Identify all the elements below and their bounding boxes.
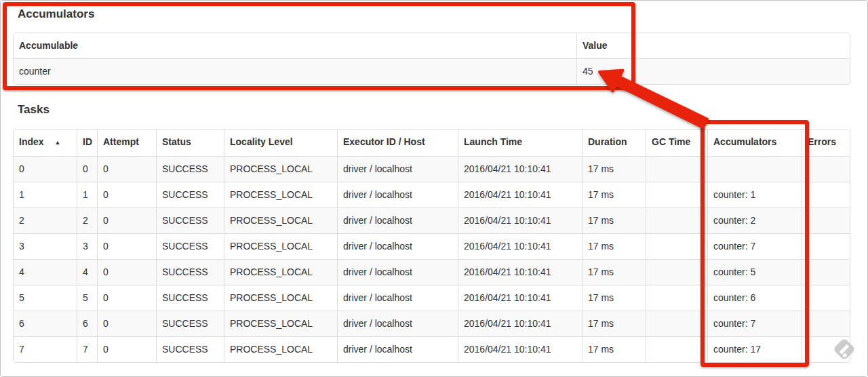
cell-status: SUCCESS <box>157 311 224 337</box>
cell-attempt: 0 <box>98 182 157 208</box>
cell-launch-time: 2016/04/21 10:10:41 <box>458 337 583 362</box>
cell-gc-time <box>646 311 708 337</box>
cell-gc-time <box>646 208 708 234</box>
cell-accumulators <box>708 157 802 182</box>
cell-id: 6 <box>77 311 98 337</box>
cell-accumulators: counter: 7 <box>708 311 802 337</box>
cell-launch-time: 2016/04/21 10:10:41 <box>458 311 583 337</box>
cell-duration: 17 ms <box>583 157 646 182</box>
cell-locality-level: PROCESS_LOCAL <box>224 337 338 362</box>
cell-duration: 17 ms <box>583 337 646 362</box>
col-header-gc-time[interactable]: GC Time <box>646 130 708 157</box>
cell-executor-host: driver / localhost <box>338 208 458 234</box>
col-header-launch-time[interactable]: Launch Time <box>458 130 583 157</box>
cell-launch-time: 2016/04/21 10:10:41 <box>458 157 583 182</box>
cell-accumulators: counter: 1 <box>708 182 802 208</box>
cell-errors <box>802 208 850 234</box>
cell-errors <box>802 157 850 182</box>
cell-duration: 17 ms <box>583 260 646 285</box>
col-header-index-label: Index <box>19 136 44 147</box>
cell-launch-time: 2016/04/21 10:10:41 <box>458 208 583 234</box>
task-row: 1 1 0 SUCCESS PROCESS_LOCAL driver / loc… <box>14 182 850 208</box>
cell-attempt: 0 <box>98 337 157 362</box>
task-row: 5 5 0 SUCCESS PROCESS_LOCAL driver / loc… <box>14 285 850 311</box>
sort-asc-icon: ▲ <box>55 139 61 146</box>
task-row: 0 0 0 SUCCESS PROCESS_LOCAL driver / loc… <box>14 157 850 182</box>
cell-gc-time <box>646 182 708 208</box>
tasks-section-title: Tasks <box>18 102 50 117</box>
cell-status: SUCCESS <box>157 182 224 208</box>
cell-id: 3 <box>77 234 98 260</box>
cell-gc-time <box>646 337 708 362</box>
task-row: 4 4 0 SUCCESS PROCESS_LOCAL driver / loc… <box>14 260 850 285</box>
col-header-duration[interactable]: Duration <box>583 130 646 157</box>
task-row: 7 7 0 SUCCESS PROCESS_LOCAL driver / loc… <box>14 337 850 362</box>
cell-duration: 17 ms <box>583 182 646 208</box>
col-header-value[interactable]: Value <box>577 33 850 59</box>
col-header-locality-level[interactable]: Locality Level <box>224 130 338 157</box>
cell-index: 6 <box>14 311 77 337</box>
cell-accumulators: counter: 7 <box>708 234 802 260</box>
col-header-index[interactable]: Index▲ <box>14 130 77 157</box>
cell-locality-level: PROCESS_LOCAL <box>224 208 338 234</box>
cell-locality-level: PROCESS_LOCAL <box>224 182 338 208</box>
cell-duration: 17 ms <box>583 311 646 337</box>
cell-id: 1 <box>77 182 98 208</box>
cell-accumulators: counter: 5 <box>708 260 802 285</box>
cell-attempt: 0 <box>98 311 157 337</box>
accumulators-section-title: Accumulators <box>18 7 94 22</box>
col-header-id[interactable]: ID <box>77 130 98 157</box>
col-header-attempt[interactable]: Attempt <box>98 130 157 157</box>
accumulators-table: Accumulable Value counter 45 <box>13 33 850 85</box>
cell-attempt: 0 <box>98 157 157 182</box>
cell-accumulators: counter: 2 <box>708 208 802 234</box>
cell-accumulable-value: 45 <box>577 59 850 84</box>
cell-executor-host: driver / localhost <box>338 157 458 182</box>
cell-locality-level: PROCESS_LOCAL <box>224 157 338 182</box>
cell-accumulators: counter: 17 <box>708 337 802 362</box>
cell-launch-time: 2016/04/21 10:10:41 <box>458 285 583 311</box>
accumulator-row: counter 45 <box>14 59 850 84</box>
cell-id: 0 <box>77 157 98 182</box>
accumulators-header-row: Accumulable Value <box>14 33 850 59</box>
cell-locality-level: PROCESS_LOCAL <box>224 234 338 260</box>
cell-launch-time: 2016/04/21 10:10:41 <box>458 182 583 208</box>
task-row: 3 3 0 SUCCESS PROCESS_LOCAL driver / loc… <box>14 234 850 260</box>
cell-index: 0 <box>14 157 77 182</box>
task-row: 2 2 0 SUCCESS PROCESS_LOCAL driver / loc… <box>14 208 850 234</box>
cell-status: SUCCESS <box>157 234 224 260</box>
cell-status: SUCCESS <box>157 208 224 234</box>
cell-executor-host: driver / localhost <box>338 311 458 337</box>
cell-errors <box>802 285 850 311</box>
cell-index: 3 <box>14 234 77 260</box>
cell-gc-time <box>646 285 708 311</box>
cell-attempt: 0 <box>98 234 157 260</box>
cell-gc-time <box>646 234 708 260</box>
col-header-status[interactable]: Status <box>157 130 224 157</box>
cell-index: 1 <box>14 182 77 208</box>
cell-locality-level: PROCESS_LOCAL <box>224 311 338 337</box>
cell-executor-host: driver / localhost <box>338 234 458 260</box>
col-header-executor-host[interactable]: Executor ID / Host <box>338 130 458 157</box>
task-row: 6 6 0 SUCCESS PROCESS_LOCAL driver / loc… <box>14 311 850 337</box>
cell-accumulable-name: counter <box>14 59 577 84</box>
tasks-header-row: Index▲ ID Attempt Status Locality Level … <box>14 130 850 157</box>
cell-accumulators: counter: 6 <box>708 285 802 311</box>
col-header-accumulable[interactable]: Accumulable <box>14 33 577 59</box>
col-header-accumulators[interactable]: Accumulators <box>708 130 802 157</box>
cell-errors <box>802 311 850 337</box>
cell-status: SUCCESS <box>157 157 224 182</box>
cell-errors <box>802 260 850 285</box>
cell-launch-time: 2016/04/21 10:10:41 <box>458 234 583 260</box>
cell-executor-host: driver / localhost <box>338 285 458 311</box>
col-header-errors[interactable]: Errors <box>802 130 850 157</box>
cell-attempt: 0 <box>98 260 157 285</box>
cell-launch-time: 2016/04/21 10:10:41 <box>458 260 583 285</box>
cell-duration: 17 ms <box>583 234 646 260</box>
tasks-table: Index▲ ID Attempt Status Locality Level … <box>13 129 850 363</box>
cell-index: 5 <box>14 285 77 311</box>
cell-status: SUCCESS <box>157 285 224 311</box>
cell-id: 2 <box>77 208 98 234</box>
cell-errors <box>802 234 850 260</box>
cell-duration: 17 ms <box>583 208 646 234</box>
